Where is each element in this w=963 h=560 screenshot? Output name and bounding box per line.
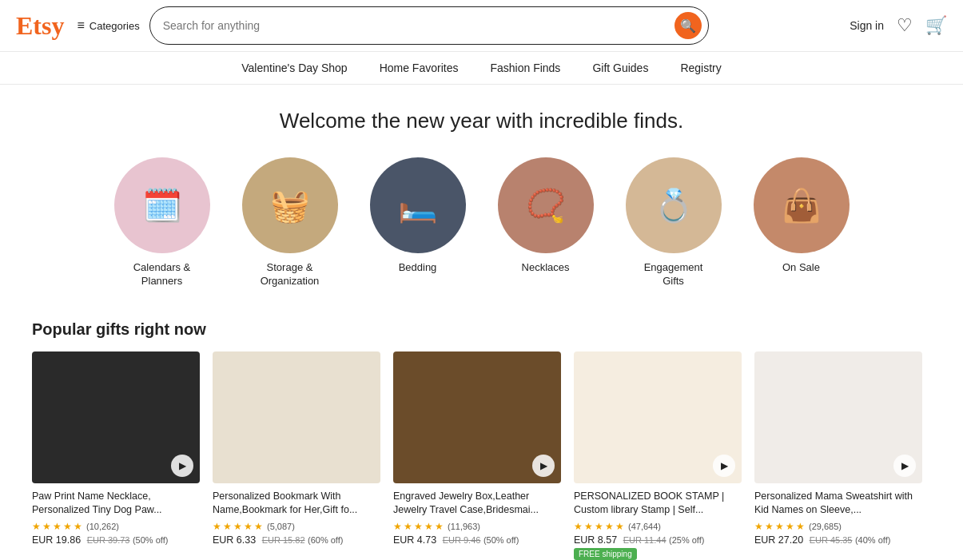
price-current: EUR 27.20 [754,534,803,546]
category-icon: 🗓️ [114,157,210,253]
star-full: ★ [435,521,444,532]
category-label: Storage &Organization [261,261,320,288]
star-full: ★ [244,521,253,532]
search-bar: 🔍 [149,6,709,45]
popular-title: Popular gifts right now [32,320,931,339]
product-image: ▶ [754,351,922,483]
category-image: 🧺 [242,157,338,253]
product-card[interactable]: ▶ Personalized Mama Sweatshirt with Kid … [754,351,922,560]
star-full: ★ [796,521,805,532]
star-full: ★ [223,521,232,532]
star-full: ★ [393,521,402,532]
price-current: EUR 19.86 [32,534,81,546]
review-count: (47,644) [628,522,661,531]
price-row: EUR 6.33 EUR 15.82 (60% off) [213,534,380,546]
play-button[interactable]: ▶ [171,455,193,477]
favorites-button[interactable]: ♡ [897,15,913,36]
hero-text: Welcome the new year with incredible fin… [0,85,963,141]
category-item[interactable]: 🗓️ Calendars &Planners [110,157,214,288]
product-card[interactable]: ▶ Paw Print Name Necklace, Personalized … [32,351,200,560]
category-icon: 🛏️ [370,157,466,253]
category-label: EngagementGifts [644,261,703,288]
product-image: ▶ [393,351,561,483]
play-button[interactable]: ▶ [532,455,555,477]
product-card[interactable]: Personalized Bookmark With Name,Bookmark… [213,351,380,560]
search-input[interactable] [163,19,674,32]
star-full: ★ [233,521,242,532]
category-image: 🛏️ [370,157,466,253]
star-full: ★ [574,521,583,532]
product-card[interactable]: ▶ Engraved Jewelry Box,Leather Jewelry T… [393,351,561,560]
category-item[interactable]: 👜 On Sale [750,157,854,288]
sign-in-button[interactable]: Sign in [850,19,884,32]
star-full: ★ [595,521,603,532]
star-full: ★ [213,521,221,532]
star-full: ★ [786,521,794,532]
review-count: (29,685) [809,522,842,531]
categories-button[interactable]: ≡ Categories [77,18,139,33]
product-title: Personalized Bookmark With Name,Bookmark… [213,490,380,518]
product-image: ▶ [32,351,200,483]
price-row: EUR 27.20 EUR 45.35 (40% off) [754,534,922,546]
category-item[interactable]: 💍 EngagementGifts [622,157,726,288]
star-full: ★ [765,521,774,532]
discount-label: (25% off) [669,535,704,545]
product-title: Engraved Jewelry Box,Leather Jewelry Tra… [393,490,561,518]
popular-section: Popular gifts right now ▶ Paw Print Name… [0,304,963,560]
star-full: ★ [404,521,412,532]
products-grid: ▶ Paw Print Name Necklace, Personalized … [32,351,931,560]
star-rating: ★★★★★ (29,685) [754,521,922,532]
nav-item[interactable]: Fashion Finds [490,62,560,74]
heart-icon: ♡ [897,15,913,35]
price-row: EUR 8.57 EUR 11.44 (25% off) [574,534,742,546]
category-label: Calendars &Planners [133,261,191,288]
nav-item[interactable]: Home Favorites [380,62,459,74]
play-button[interactable]: ▶ [713,455,735,477]
star-full: ★ [754,521,763,532]
hamburger-icon: ≡ [77,18,84,33]
star-full: ★ [42,521,51,532]
star-full: ★ [414,521,423,532]
price-row: EUR 19.86 EUR 39.73 (50% off) [32,534,200,546]
star-full: ★ [615,521,624,532]
star-full: ★ [605,521,614,532]
discount-label: (40% off) [855,535,890,545]
product-title: Personalized Mama Sweatshirt with Kid Na… [754,490,922,518]
category-item[interactable]: 🧺 Storage &Organization [238,157,342,288]
star-half: ★ [74,521,82,532]
price-original: EUR 15.82 [262,535,305,545]
price-original: EUR 39.73 [87,535,130,545]
cart-button[interactable]: 🛒 [925,15,947,36]
cart-icon: 🛒 [925,15,947,35]
discount-label: (60% off) [308,535,343,545]
categories-section: 🗓️ Calendars &Planners 🧺 Storage &Organi… [0,141,963,304]
category-image: 🗓️ [114,157,210,253]
star-rating: ★★★★★ (47,644) [574,521,742,532]
nav-item[interactable]: Gift Guides [592,62,648,74]
search-icon: 🔍 [680,18,696,34]
product-card[interactable]: ▶ PERSONALIZED BOOK STAMP | Custom libra… [574,351,742,560]
price-original: EUR 45.35 [810,535,853,545]
category-item[interactable]: 🛏️ Bedding [366,157,470,288]
etsy-logo[interactable]: Etsy [16,11,64,41]
discount-label: (50% off) [483,535,519,545]
search-button[interactable]: 🔍 [674,12,702,39]
product-thumbnail [213,351,380,483]
category-item[interactable]: 📿 Necklaces [494,157,598,288]
price-original: EUR 11.44 [623,535,667,545]
category-icon: 👜 [754,157,850,253]
product-image: ▶ [574,351,742,483]
price-row: EUR 4.73 EUR 9.46 (50% off) [393,534,561,546]
product-title: PERSONALIZED BOOK STAMP | Custom library… [574,490,742,518]
category-label: On Sale [782,261,820,275]
category-image: 👜 [754,157,850,253]
header-actions: Sign in ♡ 🛒 [850,15,947,36]
price-current: EUR 8.57 [574,534,617,546]
play-button[interactable]: ▶ [893,455,916,477]
star-full: ★ [775,521,784,532]
nav-item[interactable]: Registry [680,62,721,74]
star-half: ★ [254,521,263,532]
category-image: 📿 [498,157,594,253]
nav-item[interactable]: Valentine's Day Shop [241,62,347,74]
star-full: ★ [424,521,433,532]
